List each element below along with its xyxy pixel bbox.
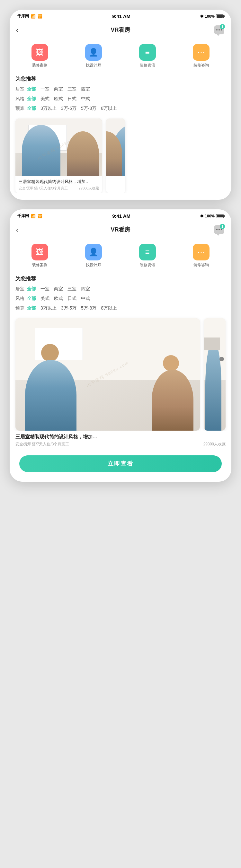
decoration-news-icon-wrap: ≡ [139,44,156,61]
find-designer-icon-wrap-2: 👤 [85,244,102,260]
section-title-recommend-2: 为您推荐 [10,271,231,284]
back-button[interactable]: ‹ [16,26,26,34]
filter-tag-3room[interactable]: 三室 [67,86,77,92]
filter-tag-european[interactable]: 欧式 [54,96,63,102]
filter-tag-japanese[interactable]: 日式 [67,96,77,102]
decoration-consult-icon-wrap: ⋯ [193,44,210,61]
filter-tag-japanese-2[interactable]: 日式 [67,296,77,302]
large-case-card[interactable]: IC千库网 588ku.com [16,318,200,431]
filter-tag-all-budget-2[interactable]: 全部 [27,305,36,311]
card-meta-right-1: 29300人收藏 [79,186,99,191]
chat-dot-2 [218,29,220,31]
side-card-image [204,318,225,431]
menu-item-find-designer[interactable]: 👤 找设计师 [85,44,102,68]
status-left-2: 千库网 📶 🛜 [17,213,42,219]
chat-icon-button[interactable]: 1 [213,24,225,36]
nav-bar-2: ‹ VR看房 1 [10,221,231,239]
filter-label-room-2: 居室 [16,286,27,292]
case-card-1[interactable]: IC千库网 588ku.com 三居室精装现代简约设计风格，增加… 安全/无甲醛… [16,119,102,193]
filter-tag-3-5w[interactable]: 3万-5万 [61,106,77,112]
side-case-card[interactable] [204,318,225,431]
menu-item-decoration-news[interactable]: ≡ 装修资讯 [139,44,156,68]
filter-tag-chinese-2[interactable]: 中式 [81,296,90,302]
decoration-consult-icon-2: ⋯ [197,248,205,256]
large-card-area[interactable]: IC千库网 588ku.com [10,315,231,431]
filter-tag-european-2[interactable]: 欧式 [54,296,63,302]
large-head2 [163,355,179,371]
notification-badge: 1 [220,24,225,29]
filter-tag-2room-2[interactable]: 两室 [54,286,63,292]
filter-tag-1room-2[interactable]: 一室 [40,286,50,292]
chat-icon-button-2[interactable]: 1 [213,224,225,236]
wifi-icon: 🛜 [38,14,42,19]
filter-tag-all-style[interactable]: 全部 [27,96,36,102]
chat-dot-5 [218,229,220,230]
menu-item-decoration-cases-2[interactable]: 🖼 装修案例 [31,244,48,268]
filter-tag-3-5w-2[interactable]: 3万-5万 [61,305,77,311]
filter-tag-all-style-2[interactable]: 全部 [27,296,36,302]
case-card-2-image [106,119,125,176]
filter-label-room: 居室 [16,86,27,92]
filter-tag-4room[interactable]: 四室 [81,86,90,92]
large-person1 [25,360,77,431]
decoration-news-icon-2: ≡ [145,248,150,256]
filter-tag-3w[interactable]: 3万以上 [40,106,57,112]
menu-row-1: 🖼 装修案例 👤 找设计师 ≡ 装修资讯 ⋯ 装修咨询 [10,39,231,71]
filter-tag-4room-2[interactable]: 四室 [81,286,90,292]
back-button-2[interactable]: ‹ [16,226,26,234]
side-shelf [204,338,220,350]
filter-tag-5-8w-2[interactable]: 5万-8万 [81,305,96,311]
cta-button[interactable]: 立即查看 [19,455,222,472]
battery-icon [216,14,224,18]
filter-section-2: 居室 全部 一室 两室 三室 四室 风格 全部 美式 欧式 日式 中式 预算 全… [10,284,231,315]
phone-frame-2: 千库网 📶 🛜 9:41 AM ✱ 100% ‹ VR看房 1 [10,209,231,482]
card-scroll-area-1[interactable]: IC千库网 588ku.com 三居室精装现代简约设计风格，增加… 安全/无甲醛… [10,115,231,193]
case-card-1-image: IC千库网 588ku.com [16,119,102,176]
menu-item-decoration-consult-2[interactable]: ⋯ 装修咨询 [193,244,210,268]
large-card-meta-left: 安全/无甲醛/7天入住/3个月完工 [16,441,69,447]
bluetooth-icon-2: ✱ [200,214,203,218]
filter-tag-chinese[interactable]: 中式 [81,96,90,102]
large-card-meta: 安全/无甲醛/7天入住/3个月完工 29300人收藏 [16,441,225,447]
menu-item-decoration-consult[interactable]: ⋯ 装修咨询 [193,44,210,68]
bluetooth-icon: ✱ [200,14,203,19]
find-designer-icon-wrap: 👤 [85,44,102,61]
phone-frame-1: 千库网 📶 🛜 9:41 AM ✱ 100% ‹ VR看房 1 [10,10,231,200]
battery-label-2: 100% [205,214,215,218]
chat-dot-3 [221,29,222,31]
large-card-image: IC千库网 588ku.com [16,318,200,431]
section-title-recommend: 为您推荐 [10,71,231,85]
filter-tags-style-2: 全部 美式 欧式 日式 中式 [27,296,90,302]
filter-tag-1room[interactable]: 一室 [40,86,50,92]
filter-tag-all-room-2[interactable]: 全部 [27,286,36,292]
battery-icon-2 [216,214,224,218]
filter-tag-3room-2[interactable]: 三室 [67,286,77,292]
filter-tag-all-budget[interactable]: 全部 [27,106,36,112]
filter-label-budget-2: 预算 [16,305,27,311]
signal-icon: 📶 [31,14,36,19]
filter-row-room: 居室 全部 一室 两室 三室 四室 [16,85,225,94]
find-designer-icon: 👤 [89,48,98,57]
battery-label: 100% [205,14,215,19]
filter-tag-2room[interactable]: 两室 [54,86,63,92]
menu-item-decoration-cases[interactable]: 🖼 装修案例 [31,44,48,68]
large-head1 [41,344,59,362]
find-designer-label-2: 找设计师 [86,262,101,268]
filter-row-budget-2: 预算 全部 3万以上 3万-5万 5万-8万 8万以上 [16,304,225,313]
carrier-label-2: 千库网 [17,213,29,219]
filter-tag-all-room[interactable]: 全部 [27,86,36,92]
filter-tag-american-2[interactable]: 美式 [40,296,50,302]
menu-item-find-designer-2[interactable]: 👤 找设计师 [85,244,102,268]
filter-tag-3w-2[interactable]: 3万以上 [40,305,57,311]
case-card-2[interactable] [106,119,125,193]
page-title-2: VR看房 [111,226,130,234]
filter-tag-8w[interactable]: 8万以上 [101,106,117,112]
filter-tag-5-8w[interactable]: 5万-8万 [81,106,96,112]
card-title-1: 三居室精装现代简约设计风格，增加… [19,179,99,185]
chat-dot-1 [216,29,217,31]
filter-label-style-2: 风格 [16,296,27,302]
menu-item-decoration-news-2[interactable]: ≡ 装修资讯 [139,244,156,268]
filter-tag-american[interactable]: 美式 [40,96,50,102]
bottom-cta-area: 立即查看 [10,450,231,482]
filter-tag-8w-2[interactable]: 8万以上 [101,305,117,311]
